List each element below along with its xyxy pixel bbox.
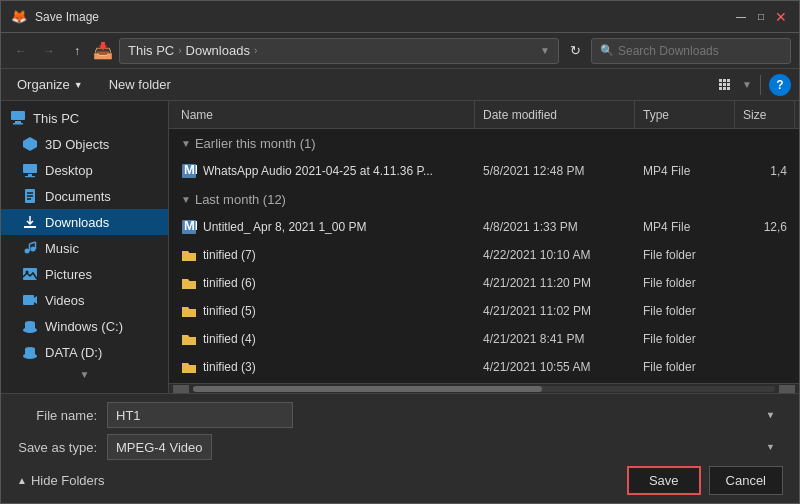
file-col-name-tinified5: tinified (5) (173, 303, 475, 319)
file-row-tinified5[interactable]: tinified (5) 4/21/2021 11:02 PM File fol… (169, 297, 799, 325)
address-bar[interactable]: This PC › Downloads › ▼ (119, 38, 559, 64)
hscroll-thumb[interactable] (193, 386, 542, 392)
view-options-button[interactable] (714, 73, 738, 97)
view-icon (718, 77, 734, 93)
address-dropdown-arrow[interactable]: ▼ (540, 45, 550, 56)
file-row-untitled[interactable]: MP4 Untitled_ Apr 8, 2021 1_00 PM 4/8/20… (169, 213, 799, 241)
hide-folders-button[interactable]: ▲ Hide Folders (17, 473, 105, 488)
file-size-untitled: 12,6 (735, 220, 795, 234)
hscroll-track[interactable] (193, 386, 775, 392)
saveastype-select[interactable]: MPEG-4 Video (107, 434, 212, 460)
sidebar-item-desktop[interactable]: Desktop (1, 157, 168, 183)
path-thispc: This PC (128, 43, 174, 58)
group-arrow-last: ▼ (181, 194, 191, 205)
svg-rect-8 (727, 87, 730, 90)
minimize-button[interactable]: — (733, 9, 749, 25)
back-button[interactable]: ← (9, 39, 33, 63)
organize-button[interactable]: Organize ▼ (9, 74, 91, 95)
svg-rect-27 (23, 295, 34, 305)
sidebar-item-videos[interactable]: Videos (1, 287, 168, 313)
group-arrow-earlier: ▼ (181, 138, 191, 149)
file-date-tinified3: 4/21/2021 10:55 AM (475, 360, 635, 374)
sidebar-item-thispc[interactable]: This PC (1, 105, 168, 131)
3dobjects-icon (21, 135, 39, 153)
folder-icon-5 (181, 303, 197, 319)
organize-arrow-icon: ▼ (74, 80, 83, 90)
file-name-tinified7: tinified (7) (203, 248, 256, 262)
file-date-tinified5: 4/21/2021 11:02 PM (475, 304, 635, 318)
col-header-date[interactable]: Date modified (475, 101, 635, 128)
sidebar-item-windowsc[interactable]: Windows (C:) (1, 313, 168, 339)
refresh-button[interactable]: ↻ (563, 39, 587, 63)
col-header-name[interactable]: Name (173, 101, 475, 128)
view-arrow-icon[interactable]: ▼ (742, 79, 752, 90)
mp4-icon-2: MP4 (181, 219, 197, 235)
close-button[interactable]: ✕ (773, 9, 789, 25)
dialog-title: Save Image (35, 10, 733, 24)
file-col-name-tinified3: tinified (3) (173, 359, 475, 375)
col-header-type[interactable]: Type (635, 101, 735, 128)
up-button[interactable]: ↑ (65, 39, 89, 63)
videos-icon (21, 291, 39, 309)
hscroll-left-btn[interactable] (173, 385, 189, 393)
action-buttons: Save Cancel (627, 466, 783, 495)
title-bar: 🦊 Save Image — □ ✕ (1, 1, 799, 33)
filename-input[interactable] (107, 402, 293, 428)
sidebar-item-datad[interactable]: DATA (D:) (1, 339, 168, 365)
svg-rect-9 (11, 111, 25, 120)
file-row-whatsapp[interactable]: MP4 WhatsApp Audio 2021-04-25 at 4.11.36… (169, 157, 799, 185)
save-button[interactable]: Save (627, 466, 701, 495)
sidebar-label-thispc: This PC (33, 111, 79, 126)
sidebar-item-3dobjects[interactable]: 3D Objects (1, 131, 168, 157)
music-icon (21, 239, 39, 257)
sidebar-label-videos: Videos (45, 293, 85, 308)
mp4-icon-1: MP4 (181, 163, 197, 179)
file-col-name-whatsapp: MP4 WhatsApp Audio 2021-04-25 at 4.11.36… (173, 163, 475, 179)
svg-rect-6 (719, 87, 722, 90)
path-separator-2: › (254, 45, 257, 56)
file-type-untitled: MP4 File (635, 220, 735, 234)
sidebar-label-datad: DATA (D:) (45, 345, 102, 360)
horizontal-scrollbar[interactable] (169, 383, 799, 393)
svg-rect-2 (727, 79, 730, 82)
svg-rect-4 (723, 83, 726, 86)
svg-marker-28 (34, 296, 37, 304)
file-date-tinified4: 4/21/2021 8:41 PM (475, 332, 635, 346)
file-row-tinified4[interactable]: tinified (4) 4/21/2021 8:41 PM File fold… (169, 325, 799, 353)
address-folder-icon: 📥 (93, 41, 113, 60)
new-folder-button[interactable]: New folder (99, 74, 181, 95)
sidebar-item-documents[interactable]: Documents (1, 183, 168, 209)
svg-rect-1 (723, 79, 726, 82)
hscroll-right-btn[interactable] (779, 385, 795, 393)
sidebar-item-downloads[interactable]: Downloads (1, 209, 168, 235)
hide-folders-arrow-icon: ▲ (17, 475, 27, 486)
file-date-whatsapp: 5/8/2021 12:48 PM (475, 164, 635, 178)
file-name-tinified3: tinified (3) (203, 360, 256, 374)
svg-rect-3 (719, 83, 722, 86)
group-label-earlier: Earlier this month (1) (195, 136, 316, 151)
sidebar-item-music[interactable]: Music (1, 235, 168, 261)
pc-icon (9, 109, 27, 127)
save-dialog: 🦊 Save Image — □ ✕ ← → ↑ 📥 This PC › Dow… (0, 0, 800, 504)
file-row-tinified3[interactable]: tinified (3) 4/21/2021 10:55 AM File fol… (169, 353, 799, 381)
search-box[interactable]: 🔍 (591, 38, 791, 64)
svg-line-24 (30, 242, 36, 244)
file-row-tinified6[interactable]: tinified (6) 4/21/2021 11:20 PM File fol… (169, 269, 799, 297)
sidebar-item-pictures[interactable]: Pictures (1, 261, 168, 287)
col-header-size[interactable]: Size (735, 101, 795, 128)
forward-button[interactable]: → (37, 39, 61, 63)
search-input[interactable] (618, 44, 782, 58)
toolbar-right: ▼ ? (714, 73, 791, 97)
maximize-button[interactable]: □ (753, 9, 769, 25)
folder-icon-3 (181, 359, 197, 375)
help-button[interactable]: ? (769, 74, 791, 96)
cancel-button[interactable]: Cancel (709, 466, 783, 495)
svg-point-34 (25, 347, 35, 351)
file-row-tinified7[interactable]: tinified (7) 4/22/2021 10:10 AM File fol… (169, 241, 799, 269)
app-icon: 🦊 (11, 9, 27, 25)
column-headers: Name Date modified Type Size (169, 101, 799, 129)
file-date-tinified6: 4/21/2021 11:20 PM (475, 276, 635, 290)
buttons-row: ▲ Hide Folders Save Cancel (17, 466, 783, 495)
file-col-name-tinified7: tinified (7) (173, 247, 475, 263)
group-earlier-this-month: ▼ Earlier this month (1) (169, 129, 799, 157)
